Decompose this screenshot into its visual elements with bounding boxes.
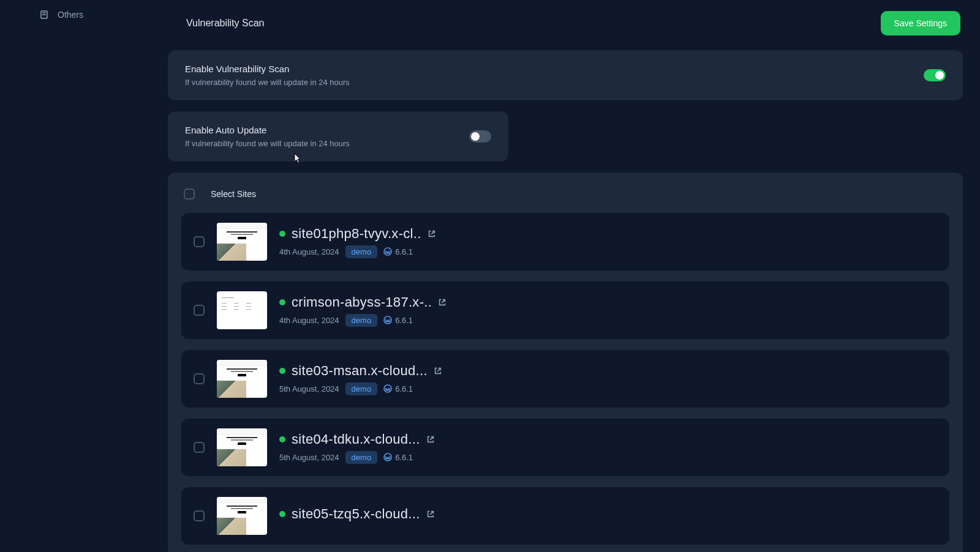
auto-update-label: Enable Auto Update bbox=[185, 125, 350, 135]
wordpress-icon bbox=[383, 453, 392, 461]
site-name: site03-msan.x-cloud... bbox=[292, 363, 428, 379]
site-card: crimson-abyss-187.x-.. 4th August, 2024 … bbox=[181, 282, 949, 339]
auto-update-desc: If vulnerability found we will update in… bbox=[185, 139, 350, 148]
site-date: 5th August, 2024 bbox=[279, 384, 339, 393]
external-link-icon[interactable] bbox=[426, 435, 435, 444]
demo-badge: demo bbox=[345, 451, 378, 464]
site-card: site01php8-tvyv.x-cl.. 4th August, 2024 … bbox=[181, 213, 949, 270]
wordpress-icon bbox=[383, 316, 392, 324]
external-link-icon[interactable] bbox=[426, 510, 435, 518]
site-thumbnail bbox=[217, 497, 267, 535]
select-all-checkbox[interactable] bbox=[184, 188, 195, 200]
site-card: site05-tzq5.x-cloud... bbox=[181, 487, 949, 545]
sidebar-item-others[interactable]: Others bbox=[24, 5, 151, 24]
vuln-scan-setting: Enable Vulnerability Scan If vulnerabili… bbox=[168, 50, 963, 100]
status-dot bbox=[279, 368, 285, 374]
site-name: site01php8-tvyv.x-cl.. bbox=[292, 226, 421, 242]
sidebar-item-label: Others bbox=[58, 10, 83, 20]
site-checkbox[interactable] bbox=[194, 442, 205, 453]
wp-version: 6.6.1 bbox=[383, 247, 413, 256]
site-checkbox[interactable] bbox=[194, 305, 205, 316]
site-checkbox[interactable] bbox=[194, 373, 205, 384]
status-dot bbox=[279, 511, 285, 517]
vuln-scan-desc: If vulnerability found we will update in… bbox=[185, 78, 350, 87]
site-thumbnail bbox=[217, 360, 267, 398]
site-checkbox[interactable] bbox=[194, 236, 205, 247]
external-link-icon[interactable] bbox=[434, 367, 442, 375]
site-thumbnail bbox=[217, 291, 267, 329]
page-title: Vulnerability Scan bbox=[170, 18, 264, 29]
site-date: 5th August, 2024 bbox=[279, 453, 339, 462]
vuln-scan-label: Enable Vulnerability Scan bbox=[185, 64, 350, 74]
vuln-scan-toggle[interactable] bbox=[924, 69, 946, 81]
status-dot bbox=[279, 231, 285, 237]
auto-update-setting: Enable Auto Update If vulnerability foun… bbox=[168, 111, 508, 162]
site-thumbnail bbox=[217, 223, 267, 261]
site-name: site04-tdku.x-cloud... bbox=[292, 431, 420, 447]
site-date: 4th August, 2024 bbox=[279, 316, 339, 325]
wordpress-icon bbox=[383, 247, 392, 256]
site-card: site03-msan.x-cloud... 5th August, 2024 … bbox=[181, 350, 949, 408]
site-checkbox[interactable] bbox=[194, 510, 205, 521]
wp-version: 6.6.1 bbox=[383, 316, 413, 325]
cursor-icon bbox=[294, 153, 303, 164]
others-icon bbox=[39, 10, 49, 20]
wp-version: 6.6.1 bbox=[383, 453, 413, 462]
site-date: 4th August, 2024 bbox=[279, 247, 339, 256]
site-card: site04-tdku.x-cloud... 5th August, 2024 … bbox=[181, 419, 949, 476]
demo-badge: demo bbox=[345, 245, 378, 258]
external-link-icon[interactable] bbox=[428, 229, 436, 238]
sites-section: Select Sites site01php8-tvyv.x-cl.. bbox=[168, 173, 963, 552]
status-dot bbox=[279, 299, 285, 305]
site-thumbnail bbox=[217, 428, 267, 466]
demo-badge: demo bbox=[345, 314, 378, 327]
wp-version: 6.6.1 bbox=[383, 384, 413, 393]
select-sites-label: Select Sites bbox=[211, 189, 256, 199]
save-settings-button[interactable]: Save Settings bbox=[881, 11, 960, 35]
external-link-icon[interactable] bbox=[438, 298, 447, 307]
site-name: crimson-abyss-187.x-.. bbox=[292, 294, 432, 310]
wordpress-icon bbox=[383, 384, 392, 393]
demo-badge: demo bbox=[345, 382, 378, 395]
status-dot bbox=[279, 436, 285, 442]
auto-update-toggle[interactable] bbox=[469, 130, 491, 143]
site-name: site05-tzq5.x-cloud... bbox=[292, 506, 420, 522]
